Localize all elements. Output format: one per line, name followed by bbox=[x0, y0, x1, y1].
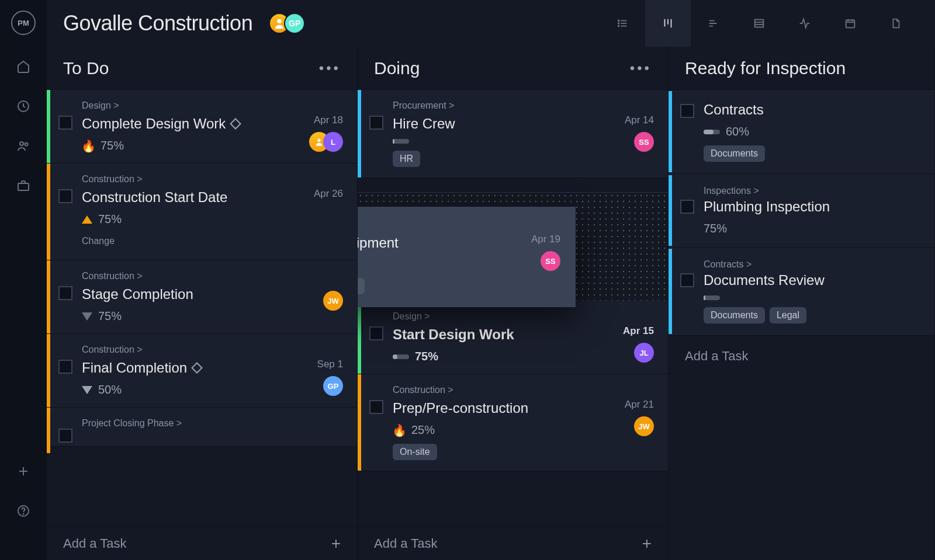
avatar[interactable]: SS bbox=[541, 251, 560, 271]
task-checkbox[interactable] bbox=[58, 116, 72, 130]
help-icon[interactable] bbox=[15, 503, 32, 519]
task-checkbox[interactable] bbox=[369, 400, 383, 414]
task-breadcrumb: Project Closing Phase > bbox=[82, 418, 343, 429]
flame-icon: 🔥 bbox=[393, 424, 406, 437]
task-title: Contracts bbox=[704, 102, 920, 118]
task-progress: 🔥 75% bbox=[82, 139, 302, 152]
briefcase-icon[interactable] bbox=[15, 178, 32, 194]
add-task-button[interactable]: Add a Task + bbox=[358, 526, 668, 560]
view-files-icon[interactable] bbox=[873, 0, 919, 47]
milestone-icon bbox=[230, 118, 241, 130]
avatar[interactable]: SS bbox=[634, 132, 654, 152]
avatar[interactable]: JW bbox=[323, 291, 343, 311]
add-icon[interactable] bbox=[15, 463, 32, 479]
task-tags: On-site bbox=[393, 444, 618, 460]
svg-point-12 bbox=[317, 139, 320, 142]
tag[interactable]: Legal bbox=[770, 307, 806, 324]
progress-bar bbox=[393, 354, 409, 359]
task-checkbox[interactable] bbox=[369, 116, 383, 130]
task-checkbox[interactable] bbox=[58, 429, 72, 443]
task-date: Apr 15 bbox=[623, 325, 654, 337]
task-checkbox[interactable] bbox=[369, 326, 383, 340]
task-checkbox[interactable] bbox=[680, 273, 694, 287]
task-card[interactable]: Construction > Prep/Pre-construction 🔥 2… bbox=[358, 374, 668, 471]
avatar[interactable]: GP bbox=[323, 376, 343, 396]
task-card[interactable]: Procurement > Hire Crew HR Apr 14 SS bbox=[358, 90, 668, 178]
avatar[interactable]: L bbox=[323, 132, 343, 152]
svg-rect-11 bbox=[846, 20, 855, 28]
task-title: Start Design Work bbox=[393, 326, 616, 343]
card-edge bbox=[358, 90, 361, 178]
task-card[interactable]: Design > Start Design Work 75% Apr 15 JL bbox=[358, 301, 668, 374]
task-card[interactable]: Construction > Stage Completion 75% JW bbox=[47, 260, 357, 334]
view-calendar-icon[interactable] bbox=[827, 0, 873, 47]
avatar[interactable]: JL bbox=[634, 343, 654, 363]
task-card[interactable]: Contracts > Documents Review Documents L… bbox=[669, 248, 934, 336]
column-body: Procurement > Hire Crew HR Apr 14 SS bbox=[358, 90, 668, 560]
view-list-icon[interactable] bbox=[600, 0, 645, 47]
kanban-board: To Do ••• Design > Complete Design Work bbox=[47, 47, 935, 560]
column-menu-icon[interactable]: ••• bbox=[319, 60, 341, 76]
task-checkbox[interactable] bbox=[58, 360, 72, 374]
task-card[interactable]: Construction > Final Completion 50% Sep … bbox=[47, 334, 357, 408]
task-card[interactable]: Inspections > Plumbing Inspection 75% bbox=[669, 174, 934, 248]
tag[interactable]: Documents bbox=[704, 145, 765, 162]
tag[interactable]: On-site bbox=[393, 444, 437, 460]
task-card[interactable]: Project Closing Phase > bbox=[47, 408, 357, 447]
column-header: Ready for Inspection bbox=[669, 47, 934, 90]
task-checkbox[interactable] bbox=[58, 286, 72, 300]
task-progress: 75% bbox=[393, 350, 616, 363]
task-assignees[interactable]: L bbox=[309, 132, 343, 152]
add-task-button[interactable]: Add a Task bbox=[669, 336, 934, 377]
card-edge bbox=[358, 374, 361, 471]
svg-point-2 bbox=[25, 143, 28, 146]
task-card[interactable]: Contracts 60% Documents bbox=[669, 90, 934, 174]
svg-rect-3 bbox=[18, 183, 29, 190]
task-checkbox[interactable] bbox=[680, 200, 694, 214]
task-title: Complete Design Work bbox=[82, 116, 302, 132]
task-checkbox[interactable] bbox=[680, 104, 694, 118]
clock-icon[interactable] bbox=[15, 98, 32, 114]
task-breadcrumb: Contracts > bbox=[704, 259, 920, 270]
task-breadcrumb: Procurement > bbox=[393, 100, 618, 111]
avatar[interactable]: JW bbox=[634, 416, 654, 436]
arrow-down-icon bbox=[82, 312, 92, 321]
milestone-icon bbox=[191, 362, 203, 374]
view-activity-icon[interactable] bbox=[782, 0, 827, 47]
task-card[interactable]: Design > Complete Design Work 🔥 75% Apr … bbox=[47, 90, 357, 164]
add-task-button[interactable]: Add a Task + bbox=[47, 526, 357, 560]
task-title: Final Completion bbox=[82, 360, 310, 376]
task-progress: 75% bbox=[82, 309, 316, 323]
task-breadcrumb: Construction > bbox=[393, 385, 618, 395]
task-card[interactable]: Construction > Construction Start Date 7… bbox=[47, 164, 357, 260]
plus-icon: + bbox=[331, 534, 341, 553]
task-date: Apr 26 bbox=[314, 188, 343, 200]
task-title: Construction Start Date bbox=[82, 189, 307, 206]
avatar[interactable]: GP bbox=[284, 13, 305, 34]
view-board-icon[interactable] bbox=[645, 0, 691, 47]
task-breadcrumb: Construction > bbox=[82, 345, 310, 355]
dragging-card[interactable]: Procurement > Order Equipment 🔥 Issue Ri… bbox=[358, 207, 576, 307]
view-table-icon[interactable] bbox=[736, 0, 782, 47]
task-title: Order Equipment bbox=[358, 235, 524, 251]
view-gantt-icon[interactable] bbox=[691, 0, 736, 47]
svg-point-7 bbox=[618, 20, 619, 22]
task-checkbox[interactable] bbox=[58, 189, 72, 203]
task-tags: HR bbox=[393, 151, 618, 167]
column-menu-icon[interactable]: ••• bbox=[630, 60, 652, 76]
task-breadcrumb: Design > bbox=[393, 311, 616, 322]
team-icon[interactable] bbox=[15, 138, 32, 154]
tag[interactable]: Risk bbox=[358, 278, 365, 294]
column-doing: Doing ••• Procurement > Hire Crew H bbox=[358, 47, 669, 560]
tag[interactable]: Documents bbox=[704, 307, 765, 324]
card-edge bbox=[669, 175, 672, 246]
tag[interactable]: HR bbox=[393, 151, 420, 167]
home-icon[interactable] bbox=[15, 58, 32, 75]
task-tags: Documents bbox=[704, 145, 920, 162]
tag[interactable]: Change bbox=[82, 233, 122, 249]
project-members[interactable]: GP bbox=[269, 13, 305, 34]
task-progress: 🔥 bbox=[358, 258, 524, 271]
progress-bar bbox=[704, 295, 720, 300]
app-logo[interactable]: PM bbox=[11, 11, 36, 35]
task-tags: Issue Risk bbox=[358, 278, 524, 294]
